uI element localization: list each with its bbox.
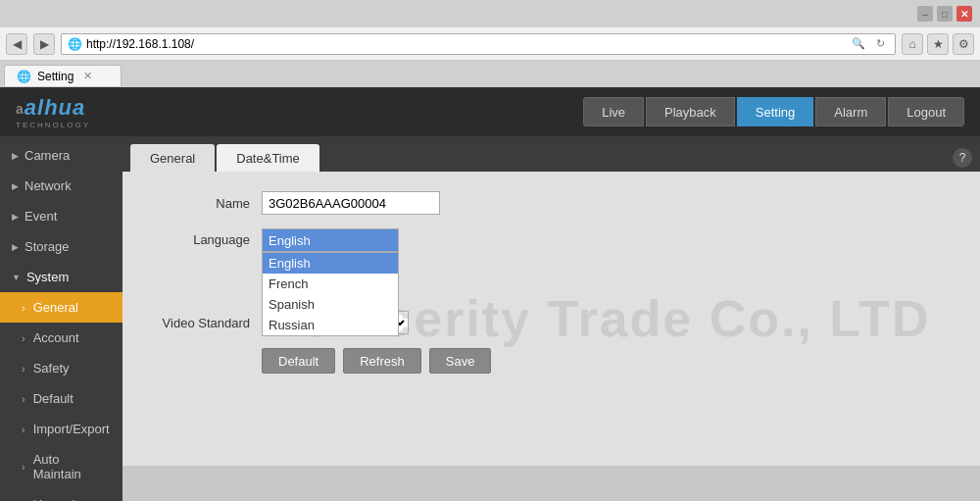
language-option-english[interactable]: English [263, 253, 398, 274]
tabs-bar: 🌐 Setting ✕ [0, 61, 980, 86]
browser-tab[interactable]: 🌐 Setting ✕ [4, 65, 122, 86]
name-row: Name [142, 191, 960, 215]
default-button[interactable]: Default [262, 348, 335, 374]
refresh-icon[interactable]: ↻ [871, 35, 889, 53]
help-button[interactable]: ? [953, 148, 972, 168]
nav-logout[interactable]: Logout [888, 97, 964, 126]
sidebar-item-import-export[interactable]: › Import/Export [0, 414, 122, 444]
address-input[interactable]: http://192.168.1.108/ [86, 37, 846, 51]
main-content: General Date&Time ? Name Language Englis… [122, 136, 980, 501]
content-header: General Date&Time ? [122, 136, 980, 172]
app-logo: aalhua TECHNOLOGY [16, 95, 90, 129]
sidebar-item-general[interactable]: › General [0, 292, 122, 323]
address-icon: 🌐 [68, 37, 82, 51]
sidebar: ▶ Camera ▶ Network ▶ Event ▶ Storage ▼ S… [0, 136, 122, 501]
browser-chrome: – □ ✕ ◀ ▶ 🌐 http://192.168.1.108/ 🔍 ↻ ⌂ … [0, 0, 980, 87]
tab-icon: 🌐 [17, 70, 31, 83]
back-button[interactable]: ◀ [6, 33, 27, 55]
search-icon[interactable]: 🔍 [850, 35, 867, 53]
language-selected[interactable]: English [262, 228, 399, 252]
form-buttons: Default Refresh Save [262, 348, 960, 374]
save-button[interactable]: Save [429, 348, 492, 374]
tab-label: Setting [37, 70, 74, 83]
name-input[interactable] [262, 191, 440, 215]
tab-general[interactable]: General [130, 144, 215, 172]
browser-titlebar: – □ ✕ [0, 0, 980, 27]
header-nav: Live Playback Setting Alarm Logout [583, 97, 964, 126]
sidebar-item-safety[interactable]: › Safety [0, 353, 122, 383]
home-button[interactable]: ⌂ [902, 33, 923, 55]
logo-img: aalhua TECHNOLOGY [16, 95, 90, 129]
settings-button[interactable]: ⚙ [953, 33, 974, 55]
language-option-french[interactable]: French [263, 274, 398, 294]
sidebar-item-camera[interactable]: ▶ Camera [0, 140, 122, 171]
refresh-button[interactable]: Refresh [343, 348, 421, 374]
maximize-button[interactable]: □ [937, 6, 953, 22]
minimize-button[interactable]: – [917, 6, 933, 22]
content-body: Name Language English English French Spa… [122, 172, 980, 466]
app-body: ▶ Camera ▶ Network ▶ Event ▶ Storage ▼ S… [0, 136, 980, 501]
sidebar-item-auto-maintain[interactable]: › Auto Maintain [0, 444, 122, 489]
language-options-list: English French Spanish Russian [262, 252, 399, 336]
nav-playback[interactable]: Playback [646, 97, 735, 126]
language-option-russian[interactable]: Russian [263, 315, 398, 335]
close-button[interactable]: ✕ [956, 6, 972, 22]
language-option-spanish[interactable]: Spanish [263, 294, 398, 315]
language-dropdown[interactable]: English English French Spanish Russian [262, 228, 399, 252]
sidebar-item-default[interactable]: › Default [0, 383, 122, 414]
sidebar-item-system[interactable]: ▼ System [0, 262, 122, 292]
tab-date-time[interactable]: Date&Time [217, 144, 319, 172]
address-bar[interactable]: 🌐 http://192.168.1.108/ 🔍 ↻ [61, 33, 896, 55]
logo-sub: TECHNOLOGY [16, 121, 90, 129]
name-label: Name [142, 196, 250, 211]
video-standard-label: Video Standard [142, 316, 250, 330]
nav-alarm[interactable]: Alarm [815, 97, 886, 126]
address-icons: 🔍 ↻ [850, 35, 889, 53]
forward-button[interactable]: ▶ [33, 33, 55, 55]
sidebar-item-storage[interactable]: ▶ Storage [0, 231, 122, 262]
logo-brand: aalhua [16, 95, 90, 121]
nav-setting[interactable]: Setting [737, 97, 813, 126]
nav-live[interactable]: Live [583, 97, 644, 126]
app-header: aalhua TECHNOLOGY Live Playback Setting … [0, 87, 980, 136]
tab-close-button[interactable]: ✕ [83, 70, 92, 82]
bookmark-button[interactable]: ★ [927, 33, 949, 55]
language-label: Language [142, 232, 250, 247]
app-container: aalhua TECHNOLOGY Live Playback Setting … [0, 87, 980, 501]
sidebar-item-event[interactable]: ▶ Event [0, 201, 122, 231]
sidebar-item-account[interactable]: › Account [0, 323, 122, 353]
language-row: Language English English French Spanish … [142, 228, 960, 252]
sidebar-item-upgrade[interactable]: › Upgrade [0, 489, 122, 501]
browser-toolbar: ◀ ▶ 🌐 http://192.168.1.108/ 🔍 ↻ ⌂ ★ ⚙ [0, 27, 980, 61]
sidebar-item-network[interactable]: ▶ Network [0, 171, 122, 201]
